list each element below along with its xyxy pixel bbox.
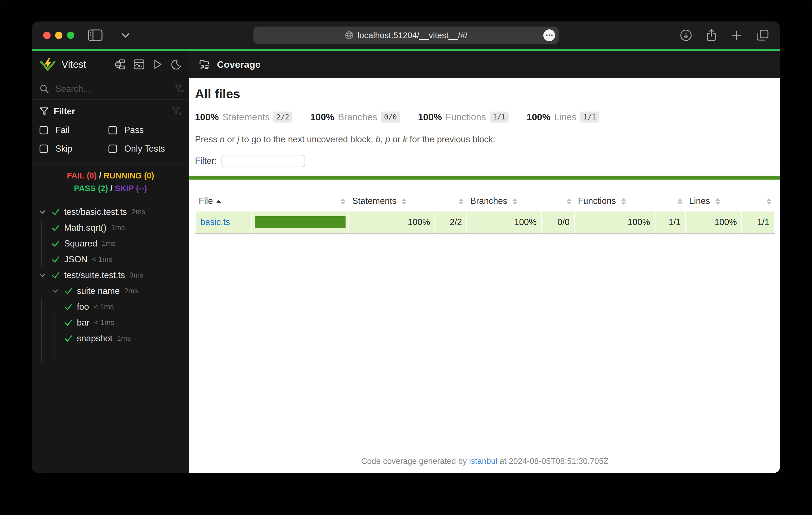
coverage-bar-fill (255, 216, 346, 228)
sort-asc-icon (216, 200, 221, 203)
column-header-statements-raw[interactable] (435, 191, 467, 211)
funnel-icon (39, 107, 49, 116)
app-title: Vitest (62, 59, 86, 70)
chevron-down-icon[interactable] (51, 287, 64, 295)
tab-overview-icon[interactable] (756, 29, 769, 41)
table-header-row: File Statements (196, 191, 775, 211)
tree-item-test[interactable]: snapshot1ms (32, 331, 189, 346)
zoom-window-button[interactable] (67, 32, 74, 39)
search-icon (39, 84, 49, 94)
clear-search-filter-icon[interactable] (174, 84, 184, 94)
filter-section: Filter Fail Pass (32, 100, 189, 164)
test-status-summary: FAIL (0) / RUNNING (0) PASS (2) / SKIP (… (32, 164, 189, 202)
chevron-down-icon[interactable] (39, 208, 51, 216)
stat-functions: 100% Functions 1/1 (418, 112, 509, 123)
sorter-icon[interactable] (678, 198, 682, 205)
sidebar: Vitest (32, 51, 189, 473)
coverage-status-bar (189, 176, 780, 180)
chevron-down-icon[interactable] (39, 272, 51, 279)
traffic-lights (43, 32, 74, 39)
search-input[interactable] (55, 84, 169, 94)
new-tab-icon[interactable] (731, 29, 743, 41)
share-icon[interactable] (706, 29, 717, 42)
sorter-icon[interactable] (621, 198, 626, 205)
statements-raw-cell: 2/2 (435, 211, 467, 234)
file-cell[interactable]: basic.ts (196, 211, 252, 234)
file-filter-label: Filter: (195, 156, 217, 166)
sidebar-toggle-icon[interactable] (88, 29, 103, 41)
sorter-icon[interactable] (402, 198, 406, 205)
pass-check-icon (51, 255, 64, 264)
tree-item-test[interactable]: Math.sqrt()1ms (32, 220, 189, 236)
clear-filters-icon[interactable] (172, 107, 181, 116)
running-count: RUNNING (0) (104, 171, 154, 180)
chevron-down-icon[interactable] (121, 32, 130, 38)
column-header-chart[interactable] (252, 191, 349, 211)
functions-raw-cell: 1/1 (655, 211, 686, 234)
lines-raw-cell: 1/1 (742, 211, 775, 234)
sorter-icon[interactable] (459, 198, 463, 205)
close-window-button[interactable] (43, 32, 51, 39)
search-row (32, 78, 189, 100)
column-header-statements[interactable]: Statements (349, 191, 435, 211)
checkbox-box[interactable] (39, 126, 48, 134)
pass-check-icon (51, 208, 64, 216)
stat-branches: 100% Branches 0/0 (310, 112, 400, 123)
url-text: localhost:51204/__vitest__/#/ (358, 30, 468, 40)
file-link[interactable]: basic.ts (200, 217, 230, 227)
fraction-badge: 2/2 (273, 112, 292, 123)
istanbul-link[interactable]: istanbul (469, 457, 497, 465)
branches-pct-cell: 100% (467, 211, 541, 234)
sorter-icon[interactable] (715, 198, 720, 205)
sorter-icon[interactable] (513, 198, 517, 205)
main-panel: Coverage All files 100% Statements 2/2 1… (189, 51, 780, 473)
column-header-branches-raw[interactable] (542, 191, 575, 211)
browser-toolbar: localhost:51204/__vitest__/#/ (32, 22, 780, 49)
coverage-chart-cell (252, 211, 349, 234)
skip-count: SKIP (--) (115, 184, 147, 193)
checkbox-only-tests[interactable]: Only Tests (109, 144, 181, 154)
tree-item-test[interactable]: bar< 1ms (32, 315, 189, 331)
tree-item-file[interactable]: test/basic.test.ts2ms (32, 204, 189, 220)
pass-check-icon (51, 271, 64, 279)
column-header-lines[interactable]: Lines (686, 191, 742, 211)
checkbox-skip[interactable]: Skip (39, 144, 109, 154)
sorter-icon[interactable] (766, 198, 771, 205)
coverage-table: File Statements (195, 191, 775, 234)
sorter-icon[interactable] (341, 198, 345, 205)
stat-statements: 100% Statements 2/2 (195, 112, 292, 123)
fraction-badge: 1/1 (490, 112, 509, 123)
checkbox-box[interactable] (39, 145, 48, 153)
tree-item-test[interactable]: JSON< 1ms (32, 251, 189, 267)
checkbox-box[interactable] (109, 145, 117, 153)
tree-view-icon[interactable] (115, 59, 125, 70)
page-settings-button[interactable] (543, 29, 555, 41)
column-header-functions[interactable]: Functions (575, 191, 655, 211)
page-title: All files (195, 87, 775, 101)
minimize-window-button[interactable] (55, 32, 62, 39)
tree-item-test[interactable]: Squared1ms (32, 236, 189, 251)
sorter-icon[interactable] (567, 198, 571, 205)
file-filter-input[interactable] (222, 155, 305, 167)
tree-item-suite[interactable]: suite name2ms (32, 283, 189, 299)
column-header-file[interactable]: File (196, 191, 252, 211)
checkbox-box[interactable] (109, 126, 117, 134)
coverage-footer: Code coverage generated by istanbul at 2… (195, 451, 775, 473)
lines-pct-cell: 100% (686, 211, 742, 234)
dark-mode-icon[interactable] (171, 59, 181, 70)
checkbox-fail[interactable]: Fail (39, 125, 109, 135)
pass-check-icon (51, 239, 64, 248)
tree-item-test[interactable]: foo< 1ms (32, 299, 189, 315)
tree-item-file[interactable]: test/suite.test.ts3ms (32, 267, 189, 283)
column-header-branches[interactable]: Branches (467, 191, 541, 211)
downloads-icon[interactable] (680, 29, 692, 41)
column-header-functions-raw[interactable] (655, 191, 686, 211)
functions-pct-cell: 100% (575, 211, 655, 234)
checkbox-pass[interactable]: Pass (109, 125, 181, 135)
address-bar[interactable]: localhost:51204/__vitest__/#/ (254, 27, 558, 44)
file-filter-row: Filter: (195, 155, 775, 167)
dashboard-icon[interactable] (133, 59, 145, 70)
keyboard-hint: Press n or j to go to the next uncovered… (195, 134, 775, 145)
column-header-lines-raw[interactable] (742, 191, 775, 211)
run-all-icon[interactable] (152, 59, 163, 70)
